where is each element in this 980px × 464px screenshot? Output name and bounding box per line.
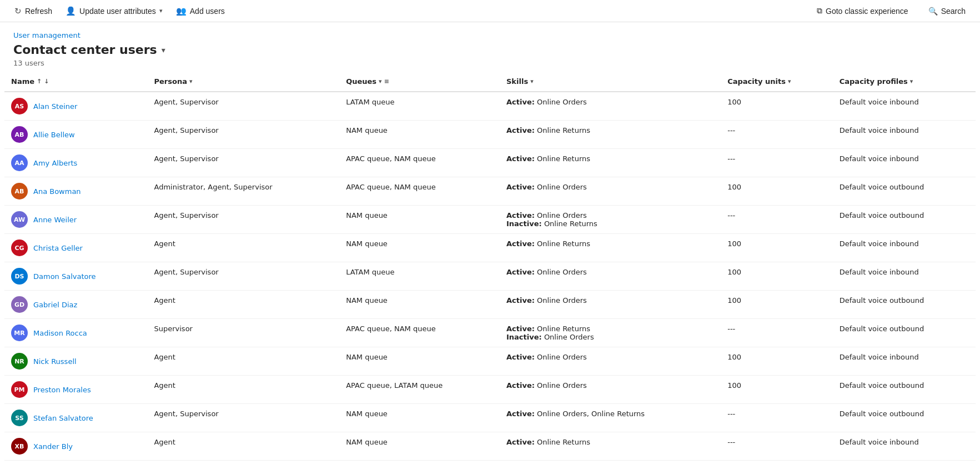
capacity-profiles-cell: Default voice inbound — [833, 262, 976, 291]
queues-cell: LATAM queue — [339, 92, 500, 121]
persona-cell: Agent — [147, 347, 339, 376]
table-row: AS Alan Steiner Agent, SupervisorLATAM q… — [4, 92, 976, 121]
refresh-button[interactable]: ↻ Refresh — [9, 3, 58, 19]
name-cell: NR Nick Russell — [4, 347, 147, 376]
table-row: DS Damon Salvatore Agent, SupervisorLATA… — [4, 262, 976, 291]
skill-status: Active: — [506, 381, 535, 390]
avatar: AS — [11, 98, 28, 114]
skills-cell: Active: Online Orders — [500, 177, 721, 206]
user-name-link[interactable]: Allie Bellew — [33, 131, 75, 139]
capacity-units-cell: --- — [721, 432, 833, 461]
search-button[interactable]: 🔍 Search — [923, 3, 971, 19]
capacity-profiles-cell: Default voice inbound — [833, 234, 976, 262]
skills-sort-icon[interactable]: ▾ — [530, 78, 534, 85]
avatar: AB — [11, 183, 28, 199]
sort-desc-icon[interactable]: ↓ — [44, 78, 49, 85]
skill-value: Online Returns — [537, 154, 590, 163]
capacity-profiles-cell: Default voice inbound — [833, 121, 976, 149]
table-header: Name ↑ ↓ Persona ▾ Queues ▾ ≡ — [4, 72, 976, 92]
table-row: AW Anne Weiler Agent, SupervisorNAM queu… — [4, 206, 976, 234]
skill-status: Active: — [506, 211, 535, 219]
queues-cell: NAM queue — [339, 234, 500, 262]
name-cell: DS Damon Salvatore — [4, 262, 147, 291]
persona-cell: Agent — [147, 432, 339, 461]
persona-cell: Agent, Supervisor — [147, 262, 339, 291]
capacity-units-cell: 100 — [721, 376, 833, 404]
toolbar-right: ⧉ Goto classic experience 🔍 Search — [811, 3, 971, 19]
queues-cell: APAC queue, NAM queue — [339, 149, 500, 177]
header-row: Name ↑ ↓ Persona ▾ Queues ▾ ≡ — [4, 72, 976, 92]
skill-value: Online Returns — [537, 126, 590, 134]
skill-status: Inactive: — [506, 219, 542, 228]
capacity-profiles-cell: Default voice inbound — [833, 92, 976, 121]
capacity-profiles-cell: Default voice inbound — [833, 149, 976, 177]
avatar: AB — [11, 126, 28, 143]
name-cell: CG Christa Geller — [4, 234, 147, 262]
avatar: NR — [11, 353, 28, 370]
capacity-units-sort-icon[interactable]: ▾ — [788, 78, 791, 85]
goto-classic-button[interactable]: ⧉ Goto classic experience — [811, 3, 914, 19]
user-name-link[interactable]: Christa Geller — [33, 244, 83, 252]
name-cell: AA Amy Alberts — [4, 149, 147, 177]
skill-status: Active: — [506, 410, 535, 418]
search-label: Search — [941, 7, 966, 16]
table-row: CG Christa Geller AgentNAM queueActive: … — [4, 234, 976, 262]
user-name-link[interactable]: Xander Bly — [33, 442, 73, 451]
page-title: Contact center users — [13, 43, 157, 57]
capacity-profiles-cell: Default voice outbound — [833, 177, 976, 206]
user-name-link[interactable]: Gabriel Diaz — [33, 301, 77, 309]
user-name-link[interactable]: Damon Salvatore — [33, 272, 96, 281]
col-queues: Queues ▾ ≡ — [339, 72, 500, 92]
skill-value: Online Orders — [537, 98, 587, 106]
skill-value: Online Orders — [537, 183, 587, 191]
user-name-link[interactable]: Amy Alberts — [33, 159, 77, 167]
user-name-link[interactable]: Stefan Salvatore — [33, 414, 93, 422]
persona-sort-icon[interactable]: ▾ — [189, 78, 193, 85]
user-name-link[interactable]: Preston Morales — [33, 386, 91, 394]
avatar: AW — [11, 211, 28, 228]
user-name-link[interactable]: Anne Weiler — [33, 216, 77, 224]
user-name-link[interactable]: Nick Russell — [33, 357, 77, 366]
user-name-link[interactable]: Alan Steiner — [33, 102, 77, 111]
col-persona: Persona ▾ — [147, 72, 339, 92]
user-name-link[interactable]: Madison Rocca — [33, 329, 87, 337]
external-link-icon: ⧉ — [817, 6, 822, 16]
page-header: User management Contact center users ▾ 1… — [0, 22, 980, 72]
name-cell: PM Preston Morales — [4, 376, 147, 404]
user-count: 13 users — [13, 59, 967, 67]
skill-value: Online Returns — [544, 219, 597, 228]
skill-value: Online Orders — [537, 296, 587, 305]
update-user-attributes-button[interactable]: 👤 Update user attributes ▾ — [60, 3, 168, 19]
capacity-profiles-cell: Default voice outbound — [833, 376, 976, 404]
skill-value: Online Orders, Online Returns — [537, 410, 645, 418]
add-users-button[interactable]: 👥 Add users — [170, 3, 230, 19]
skill-status: Active: — [506, 240, 535, 248]
breadcrumb[interactable]: User management — [13, 31, 967, 39]
persona-cell: Agent, Supervisor — [147, 121, 339, 149]
capacity-units-cell: --- — [721, 149, 833, 177]
capacity-profiles-sort-icon[interactable]: ▾ — [910, 78, 913, 85]
queues-cell: APAC queue, NAM queue — [339, 177, 500, 206]
sort-asc-icon[interactable]: ↑ — [37, 78, 42, 85]
skills-cell: Active: Online ReturnsInactive: Online O… — [500, 319, 721, 347]
queues-cell: NAM queue — [339, 206, 500, 234]
queues-filter-icon[interactable]: ≡ — [384, 78, 389, 85]
queues-sort-icon[interactable]: ▾ — [379, 78, 382, 85]
skills-cell: Active: Online Orders, Online Returns — [500, 404, 721, 432]
add-user-icon: 👥 — [176, 6, 187, 16]
title-chevron-icon[interactable]: ▾ — [162, 46, 165, 54]
name-cell: MR Madison Rocca — [4, 319, 147, 347]
table-row: XB Xander Bly AgentNAM queueActive: Onli… — [4, 432, 976, 461]
page-title-row: Contact center users ▾ — [13, 43, 967, 57]
skill-status: Active: — [506, 183, 535, 191]
skill-status: Active: — [506, 353, 535, 361]
skill-status: Active: — [506, 438, 535, 446]
persona-cell: Agent, Supervisor — [147, 404, 339, 432]
toolbar: ↻ Refresh 👤 Update user attributes ▾ 👥 A… — [0, 0, 980, 22]
skill-status: Active: — [506, 126, 535, 134]
user-name-link[interactable]: Ana Bowman — [33, 187, 81, 196]
refresh-icon: ↻ — [14, 6, 22, 16]
skills-cell: Active: Online Orders — [500, 291, 721, 319]
queues-cell: APAC queue, NAM queue — [339, 319, 500, 347]
goto-classic-label: Goto classic experience — [826, 7, 908, 16]
